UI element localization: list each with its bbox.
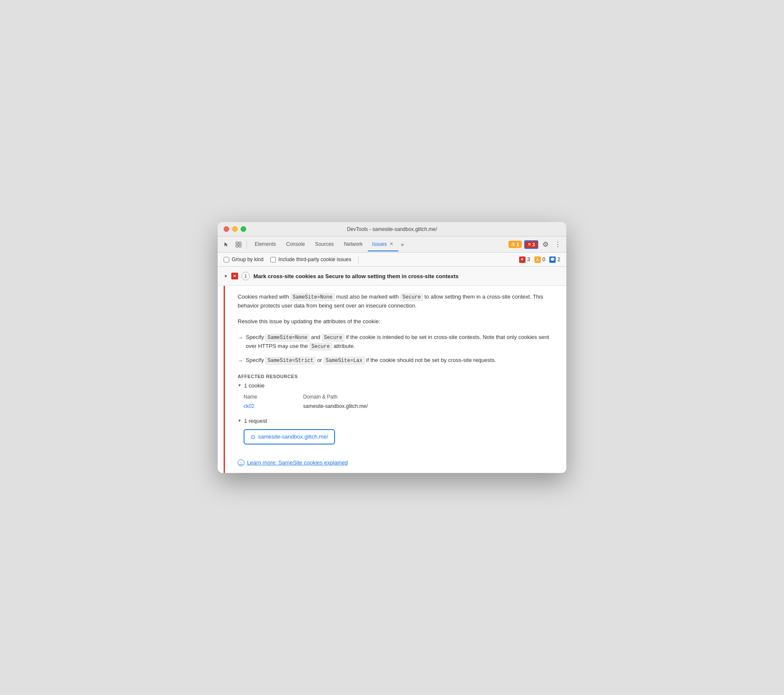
issue-error-badge: ✕ xyxy=(231,273,238,279)
svg-rect-0 xyxy=(236,242,238,244)
request-item[interactable]: ⊙ samesite-sandbox.glitch.me/ xyxy=(244,429,335,444)
group-by-kind-label[interactable]: Group by kind xyxy=(224,256,264,262)
inspect-element-button[interactable] xyxy=(233,240,244,249)
titlebar: DevTools - samesite-sandbox.glitch.me/ xyxy=(218,222,566,236)
cookie-expand-arrow: ▼ xyxy=(238,383,241,387)
devtools-window: DevTools - samesite-sandbox.glitch.me/ E… xyxy=(218,222,566,473)
toolbar-right: ⚠ 1 ✕ 3 ⚙ ⋮ xyxy=(508,239,563,250)
cookie-table-header: Name Domain & Path xyxy=(238,392,560,402)
learn-more-icon: → xyxy=(238,459,244,466)
error-count-icon: ✕ xyxy=(519,256,526,263)
error-badge[interactable]: ✕ 3 xyxy=(524,240,538,249)
request-item-container: ⊙ samesite-sandbox.glitch.me/ xyxy=(238,427,560,444)
settings-button[interactable]: ⚙ xyxy=(541,239,550,250)
filter-divider xyxy=(358,256,358,263)
code-samesite-none-2: SameSite=None xyxy=(265,334,310,342)
minimize-button[interactable] xyxy=(232,226,238,232)
code-samesite-none-1: SameSite=None xyxy=(290,293,335,301)
third-party-text: Include third-party cookie issues xyxy=(278,256,351,262)
issue-title: Mark cross-site cookies as Secure to all… xyxy=(253,273,459,279)
traffic-lights xyxy=(224,226,246,232)
request-section-label: 1 request xyxy=(244,418,267,424)
toolbar-divider xyxy=(247,240,247,249)
learn-more-label: Learn more: SameSite cookies explained xyxy=(247,459,348,466)
request-expand-arrow: ▼ xyxy=(238,419,241,423)
tab-issues-label: Issues xyxy=(372,241,387,247)
issue-body: Cookies marked with SameSite=None must a… xyxy=(224,286,566,473)
info-count-icon: 💬 xyxy=(549,256,556,263)
request-url-link[interactable]: samesite-sandbox.glitch.me/ xyxy=(258,433,328,440)
code-secure-2: Secure xyxy=(322,334,344,342)
code-secure-1: Secure xyxy=(401,293,423,301)
error-count-badge: ✕ 3 xyxy=(519,256,530,263)
error-count-text: 3 xyxy=(527,256,530,262)
bullet-item-1: → Specify SameSite=None and Secure if th… xyxy=(238,333,560,351)
main-content: ▼ ✕ 1 Mark cross-site cookies as Secure … xyxy=(218,267,566,473)
warning-count-text: 0 xyxy=(543,256,545,262)
warning-badge[interactable]: ⚠ 1 xyxy=(508,241,522,248)
cookie-name-link[interactable]: ck02 xyxy=(244,403,303,409)
bullet-2-text: Specify SameSite=Strict or SameSite=Lax … xyxy=(246,356,496,365)
filter-bar: Group by kind Include third-party cookie… xyxy=(218,253,566,267)
maximize-button[interactable] xyxy=(241,226,246,232)
bullet-arrow-2: → xyxy=(238,356,243,365)
learn-more-link[interactable]: → Learn more: SameSite cookies explained xyxy=(238,459,348,466)
cookie-sub-section: ▼ 1 cookie Name Domain & Path ck02 sames… xyxy=(238,382,560,411)
code-samesite-strict: SameSite=Strict xyxy=(265,357,315,365)
request-icon: ⊙ xyxy=(250,433,256,440)
learn-more-section: → Learn more: SameSite cookies explained xyxy=(238,453,560,466)
tab-network[interactable]: Network xyxy=(339,238,368,251)
cookie-domain-value: samesite-sandbox.glitch.me/ xyxy=(303,403,554,409)
request-sub-section: ▼ 1 request ⊙ samesite-sandbox.glitch.me… xyxy=(238,418,560,444)
tab-nav: Elements Console Sources Network Issues … xyxy=(250,238,508,251)
request-section-header[interactable]: ▼ 1 request xyxy=(238,418,560,424)
group-by-kind-text: Group by kind xyxy=(232,256,264,262)
warning-count: 1 xyxy=(517,242,519,247)
svg-rect-3 xyxy=(239,245,241,247)
cookie-table-row: ck02 samesite-sandbox.glitch.me/ xyxy=(238,402,560,411)
resolve-text: Resolve this issue by updating the attri… xyxy=(238,317,560,326)
cookie-section-label: 1 cookie xyxy=(244,382,264,389)
issue-expand-arrow: ▼ xyxy=(224,274,228,279)
error-icon-x: ✕ xyxy=(528,242,531,247)
tab-console[interactable]: Console xyxy=(281,238,310,251)
affected-resources: AFFECTED RESOURCES ▼ 1 cookie Name Domai… xyxy=(238,374,560,444)
cursor-icon xyxy=(224,242,230,248)
close-button[interactable] xyxy=(224,226,229,232)
issue-count-circle: 1 xyxy=(241,272,250,280)
more-tabs-button[interactable]: » xyxy=(398,239,406,249)
bullet-item-2: → Specify SameSite=Strict or SameSite=La… xyxy=(238,356,560,365)
bullet-arrow-1: → xyxy=(238,333,243,342)
col-name-header: Name xyxy=(244,394,303,400)
group-by-kind-checkbox[interactable] xyxy=(224,257,229,262)
inspect-icon xyxy=(236,242,241,248)
affected-title: AFFECTED RESOURCES xyxy=(238,374,560,379)
warning-count-icon: ⚠ xyxy=(534,256,541,263)
window-title: DevTools - samesite-sandbox.glitch.me/ xyxy=(347,226,437,232)
warning-icon: ⚠ xyxy=(511,242,515,247)
third-party-checkbox[interactable] xyxy=(270,257,276,262)
issue-description: Cookies marked with SameSite=None must a… xyxy=(238,293,560,310)
third-party-label[interactable]: Include third-party cookie issues xyxy=(270,256,351,262)
toolbar: Elements Console Sources Network Issues … xyxy=(218,236,566,253)
tab-issues[interactable]: Issues ✕ xyxy=(368,238,398,251)
tab-elements[interactable]: Elements xyxy=(250,238,281,251)
tab-issues-close-button[interactable]: ✕ xyxy=(389,241,394,247)
filter-counts: ✕ 3 ⚠ 0 💬 2 xyxy=(519,256,560,263)
col-domain-header: Domain & Path xyxy=(303,394,554,400)
tab-sources[interactable]: Sources xyxy=(310,238,339,251)
svg-rect-1 xyxy=(239,242,241,244)
error-count: 3 xyxy=(532,242,535,247)
bullet-1-text: Specify SameSite=None and Secure if the … xyxy=(246,333,560,351)
warning-count-badge: ⚠ 0 xyxy=(534,256,545,263)
cursor-tool-button[interactable] xyxy=(221,240,232,249)
cookie-section-header[interactable]: ▼ 1 cookie xyxy=(238,382,560,389)
info-count-text: 2 xyxy=(557,256,560,262)
svg-rect-2 xyxy=(236,245,238,247)
code-samesite-lax: SameSite=Lax xyxy=(324,357,364,365)
more-options-button[interactable]: ⋮ xyxy=(553,239,563,250)
info-count-badge: 💬 2 xyxy=(549,256,560,263)
code-secure-3: Secure xyxy=(310,343,332,350)
issue-header[interactable]: ▼ ✕ 1 Mark cross-site cookies as Secure … xyxy=(218,267,566,286)
